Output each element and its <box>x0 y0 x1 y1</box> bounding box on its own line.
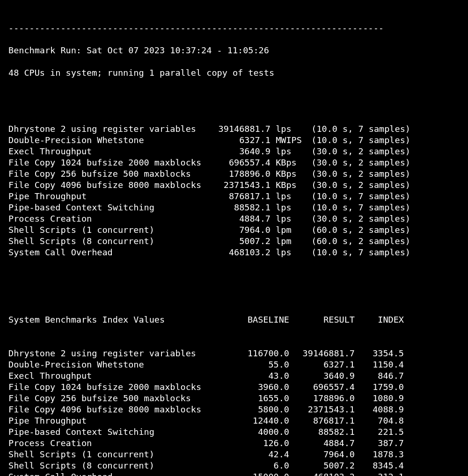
index-baseline: 116700.0 <box>233 348 289 359</box>
index-index: 3354.5 <box>355 348 404 359</box>
result-value: 4884.7 <box>214 213 271 224</box>
result-name: Dhrystone 2 using register variables <box>8 123 214 135</box>
hr-line: ----------------------------------------… <box>8 22 460 34</box>
result-name: Process Creation <box>8 213 214 224</box>
index-row: Shell Scripts (1 concurrent)42.47964.018… <box>8 449 460 460</box>
index-result: 4884.7 <box>289 438 355 449</box>
index-baseline: 15000.0 <box>233 471 289 476</box>
index-result: 3640.9 <box>289 370 355 382</box>
col-result: RESULT <box>289 314 355 325</box>
result-name: Double-Precision Whetstone <box>8 135 214 146</box>
result-unit: lps <box>276 146 306 157</box>
result-row: Pipe Throughput876817.1 lps (10.0 s, 7 s… <box>8 191 460 202</box>
result-row: Shell Scripts (1 concurrent)7964.0 lpm (… <box>8 224 460 236</box>
result-name: Pipe-based Context Switching <box>8 202 214 213</box>
index-result: 6327.1 <box>289 359 355 370</box>
result-row: Double-Precision Whetstone6327.1 MWIPS (… <box>8 135 460 146</box>
result-value: 5007.2 <box>214 236 271 247</box>
result-name: File Copy 4096 bufsize 8000 maxblocks <box>8 180 214 191</box>
result-unit: MWIPS <box>276 135 306 146</box>
index-index: 704.8 <box>355 415 404 426</box>
index-name: File Copy 256 bufsize 500 maxblocks <box>8 393 233 404</box>
result-row: Pipe-based Context Switching88582.1 lps … <box>8 202 460 213</box>
result-unit: lpm <box>276 224 306 236</box>
index-index: 221.5 <box>355 426 404 438</box>
col-index: INDEX <box>355 314 404 325</box>
index-baseline: 43.0 <box>233 370 289 382</box>
index-result: 468103.2 <box>289 471 355 476</box>
index-index: 1080.9 <box>355 393 404 404</box>
col-baseline: BASELINE <box>233 314 289 325</box>
result-row: File Copy 4096 bufsize 8000 maxblocks237… <box>8 180 460 191</box>
index-index: 4088.9 <box>355 404 404 415</box>
index-name: File Copy 4096 bufsize 8000 maxblocks <box>8 404 233 415</box>
result-meta: (30.0 s, 2 samples) <box>311 157 421 168</box>
result-unit: lps <box>276 202 306 213</box>
run-header: Benchmark Run: Sat Oct 07 2023 10:37:24 … <box>8 45 460 56</box>
result-value: 468103.2 <box>214 247 271 258</box>
result-unit: lpm <box>276 236 306 247</box>
index-result: 876817.1 <box>289 415 355 426</box>
index-title: System Benchmarks Index Values <box>8 314 233 325</box>
index-result: 88582.1 <box>289 426 355 438</box>
result-row: Execl Throughput3640.9 lps (30.0 s, 2 sa… <box>8 146 460 157</box>
index-row: Dhrystone 2 using register variables1167… <box>8 348 460 359</box>
index-row: Pipe Throughput12440.0876817.1704.8 <box>8 415 460 426</box>
result-row: Shell Scripts (8 concurrent)5007.2 lpm (… <box>8 236 460 247</box>
index-result: 5007.2 <box>289 460 355 471</box>
result-value: 178896.0 <box>214 168 271 180</box>
index-baseline: 12440.0 <box>233 415 289 426</box>
index-name: Pipe Throughput <box>8 415 233 426</box>
index-result: 39146881.7 <box>289 348 355 359</box>
result-meta: (30.0 s, 2 samples) <box>311 146 421 157</box>
terminal-output: ----------------------------------------… <box>0 0 468 476</box>
run-subheader: 48 CPUs in system; running 1 parallel co… <box>8 67 460 79</box>
result-meta: (60.0 s, 2 samples) <box>311 224 421 236</box>
result-meta: (10.0 s, 7 samples) <box>311 123 421 135</box>
index-index: 1878.3 <box>355 449 404 460</box>
result-value: 39146881.7 <box>214 123 271 135</box>
result-unit: KBps <box>276 180 306 191</box>
result-name: File Copy 1024 bufsize 2000 maxblocks <box>8 157 214 168</box>
result-unit: KBps <box>276 157 306 168</box>
index-row: Double-Precision Whetstone55.06327.11150… <box>8 359 460 370</box>
index-index: 1150.4 <box>355 359 404 370</box>
result-meta: (10.0 s, 7 samples) <box>311 247 421 258</box>
result-meta: (60.0 s, 2 samples) <box>311 236 421 247</box>
result-row: System Call Overhead468103.2 lps (10.0 s… <box>8 247 460 258</box>
index-index: 8345.4 <box>355 460 404 471</box>
index-name: Process Creation <box>8 438 233 449</box>
result-value: 2371543.1 <box>214 180 271 191</box>
index-name: Execl Throughput <box>8 370 233 382</box>
index-row: File Copy 1024 bufsize 2000 maxblocks396… <box>8 382 460 393</box>
result-meta: (30.0 s, 2 samples) <box>311 180 421 191</box>
result-name: Execl Throughput <box>8 146 214 157</box>
index-row: Shell Scripts (8 concurrent)6.05007.2834… <box>8 460 460 471</box>
index-baseline: 5800.0 <box>233 404 289 415</box>
result-row: Process Creation4884.7 lps (30.0 s, 2 sa… <box>8 213 460 224</box>
index-name: File Copy 1024 bufsize 2000 maxblocks <box>8 382 233 393</box>
result-unit: lps <box>276 247 306 258</box>
result-unit: lps <box>276 123 306 135</box>
result-value: 6327.1 <box>214 135 271 146</box>
result-meta: (30.0 s, 2 samples) <box>311 213 421 224</box>
result-row: File Copy 256 bufsize 500 maxblocks17889… <box>8 168 460 180</box>
result-row: Dhrystone 2 using register variables3914… <box>8 123 460 135</box>
result-value: 7964.0 <box>214 224 271 236</box>
index-index: 387.7 <box>355 438 404 449</box>
index-baseline: 42.4 <box>233 449 289 460</box>
index-header-row: System Benchmarks Index ValuesBASELINERE… <box>8 314 460 325</box>
index-row: Pipe-based Context Switching4000.088582.… <box>8 426 460 438</box>
result-meta: (10.0 s, 7 samples) <box>311 135 421 146</box>
index-name: Double-Precision Whetstone <box>8 359 233 370</box>
index-baseline: 126.0 <box>233 438 289 449</box>
index-name: Shell Scripts (8 concurrent) <box>8 460 233 471</box>
index-name: Pipe-based Context Switching <box>8 426 233 438</box>
index-name: Shell Scripts (1 concurrent) <box>8 449 233 460</box>
result-name: System Call Overhead <box>8 247 214 258</box>
result-name: Pipe Throughput <box>8 191 214 202</box>
index-result: 7964.0 <box>289 449 355 460</box>
result-unit: lps <box>276 191 306 202</box>
result-unit: lps <box>276 213 306 224</box>
index-baseline: 6.0 <box>233 460 289 471</box>
